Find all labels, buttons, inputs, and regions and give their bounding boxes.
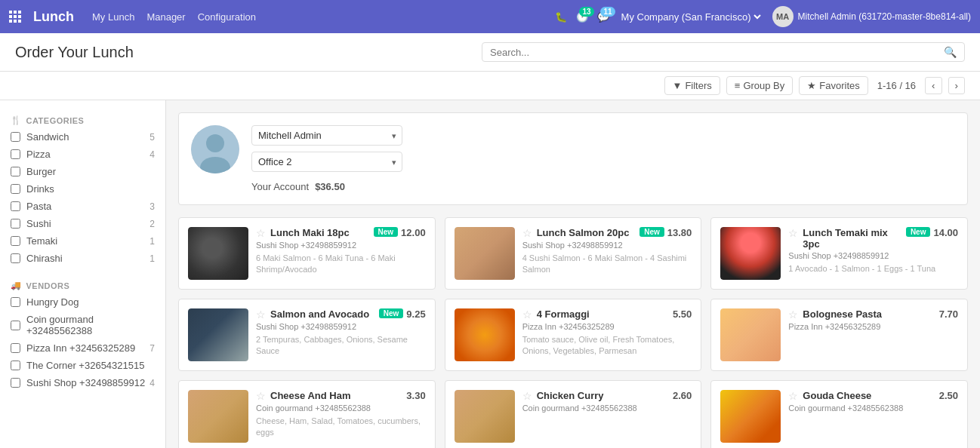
product-image <box>455 227 515 280</box>
chat-badge: 11 <box>600 7 615 17</box>
checkbox-the-corner[interactable] <box>11 361 20 370</box>
sidebar-item-hungry-dog[interactable]: Hungry Dog <box>0 293 165 311</box>
favorite-star-icon[interactable]: ☆ <box>522 390 532 402</box>
product-name: Chicken Curry <box>537 390 670 401</box>
grid-icon[interactable] <box>9 11 21 23</box>
product-image <box>720 390 781 443</box>
company-selector[interactable]: My Company (San Francisco) <box>618 11 763 23</box>
bug-icon-btn[interactable]: 🐛 <box>555 11 567 23</box>
product-image <box>720 308 781 361</box>
checkbox-sandwich[interactable] <box>11 132 20 142</box>
favorites-button[interactable]: ★ Favorites <box>799 76 868 95</box>
next-page-button[interactable]: › <box>948 77 965 94</box>
product-name: Gouda Cheese <box>803 390 935 401</box>
product-info: ☆ 4 Formaggi 5.50 Pizza Inn +32456325289… <box>522 308 692 357</box>
checkbox-burger[interactable] <box>11 167 20 176</box>
product-card[interactable]: ☆ Lunch Salmon 20pc New 13.80 Sushi Shop… <box>445 217 702 290</box>
product-image <box>455 390 515 443</box>
search-input[interactable] <box>490 47 944 58</box>
checkbox-sushi-shop[interactable] <box>11 378 20 388</box>
checkbox-coin-gourmand[interactable] <box>11 321 20 330</box>
company-select[interactable]: My Company (San Francisco) <box>618 11 763 23</box>
product-vendor: Sushi Shop +32498859912 <box>522 241 692 250</box>
truck-icon: 🚚 <box>11 281 22 290</box>
favorite-star-icon[interactable]: ☆ <box>522 227 532 239</box>
user-menu[interactable]: MA Mitchell Admin (631720-master-8be814-… <box>772 6 971 27</box>
product-card[interactable]: ☆ Gouda Cheese 2.50 Coin gourmand +32485… <box>710 380 968 448</box>
sidebar-item-pizza-inn[interactable]: Pizza Inn +32456325289 7 <box>0 339 165 357</box>
product-name: Lunch Maki 18pc <box>270 227 368 238</box>
favorites-icon: ★ <box>807 80 816 91</box>
checkbox-pizza[interactable] <box>11 149 20 159</box>
checkbox-pizza-inn[interactable] <box>11 343 20 353</box>
office-select[interactable]: Office 2 <box>251 152 402 172</box>
checkbox-drinks[interactable] <box>11 184 20 194</box>
sidebar-item-sushi[interactable]: Sushi 2 <box>0 215 165 232</box>
sidebar-item-drinks[interactable]: Drinks <box>0 180 165 198</box>
checkbox-temaki[interactable] <box>11 236 20 246</box>
product-image <box>188 390 248 443</box>
notification-btn[interactable]: 🕐 13 <box>576 11 588 23</box>
sidebar-item-sushi-shop[interactable]: Sushi Shop +32498859912 4 <box>0 374 165 391</box>
product-card[interactable]: ☆ Lunch Maki 18pc New 12.00 Sushi Shop +… <box>178 217 436 290</box>
product-img-inner <box>720 390 781 443</box>
product-img-inner <box>188 308 248 361</box>
sidebar-item-temaki[interactable]: Temaki 1 <box>0 232 165 250</box>
controls-row: ▼ Filters ≡ Group By ★ Favorites 1-16 / … <box>0 72 980 100</box>
product-vendor: Coin gourmand +32485562388 <box>256 404 426 413</box>
product-card[interactable]: ☆ Lunch Temaki mix 3pc New 14.00 Sushi S… <box>710 217 968 290</box>
top-nav: My Lunch Manager Configuration <box>92 11 543 23</box>
product-card[interactable]: ☆ Chicken Curry 2.60 Coin gourmand +3248… <box>445 380 702 448</box>
checkbox-sushi[interactable] <box>11 219 20 229</box>
product-header: ☆ Bolognese Pasta 7.70 <box>788 308 958 321</box>
user-form: Mitchell Admin Office 2 Your Account $36… <box>251 125 402 192</box>
product-info: ☆ Salmon and Avocado New 9.25 Sushi Shop… <box>256 308 426 357</box>
nav-manager[interactable]: Manager <box>146 11 185 23</box>
favorite-star-icon[interactable]: ☆ <box>788 308 798 321</box>
product-card-top: ☆ Lunch Maki 18pc New 12.00 Sushi Shop +… <box>188 227 426 280</box>
nav-configuration[interactable]: Configuration <box>198 11 256 23</box>
favorite-star-icon[interactable]: ☆ <box>256 308 266 321</box>
favorite-star-icon[interactable]: ☆ <box>788 227 798 239</box>
app-logo: Lunch <box>33 9 74 25</box>
product-name: 4 Formaggi <box>537 308 670 320</box>
sidebar-item-the-corner[interactable]: The Corner +32654321515 <box>0 357 165 374</box>
checkbox-hungry-dog[interactable] <box>11 297 20 307</box>
sidebar-item-burger[interactable]: Burger <box>0 163 165 180</box>
sidebar-item-coin-gourmand[interactable]: Coin gourmand +32485562388 <box>0 311 165 339</box>
favorite-star-icon[interactable]: ☆ <box>522 308 532 321</box>
vendors-title: 🚚 VENDORS <box>0 275 165 293</box>
product-description: 6 Maki Salmon - 6 Maki Tuna - 6 Maki Shr… <box>256 253 426 276</box>
new-badge: New <box>379 308 404 318</box>
sidebar-item-pasta[interactable]: Pasta 3 <box>0 198 165 215</box>
product-card[interactable]: ☆ Salmon and Avocado New 9.25 Sushi Shop… <box>178 299 436 371</box>
checkbox-pasta[interactable] <box>11 201 20 211</box>
checkbox-chirashi[interactable] <box>11 253 20 263</box>
product-name: Lunch Salmon 20pc <box>537 227 634 238</box>
product-card-top: ☆ Lunch Temaki mix 3pc New 14.00 Sushi S… <box>720 227 958 280</box>
filters-button[interactable]: ▼ Filters <box>664 76 720 95</box>
groupby-button[interactable]: ≡ Group By <box>726 76 794 95</box>
nav-my-lunch[interactable]: My Lunch <box>92 11 134 23</box>
product-price: 3.30 <box>406 390 425 401</box>
product-card[interactable]: ☆ Cheese And Ham 3.30 Coin gourmand +324… <box>178 380 436 448</box>
office-select-wrapper: Office 2 <box>251 152 402 172</box>
chat-btn[interactable]: 💬 11 <box>597 11 609 23</box>
user-select[interactable]: Mitchell Admin <box>251 125 402 146</box>
product-img-inner <box>188 227 248 280</box>
product-header: ☆ Lunch Salmon 20pc New 13.80 <box>522 227 692 239</box>
product-card[interactable]: ☆ Bolognese Pasta 7.70 Pizza Inn +324563… <box>710 299 968 371</box>
sidebar-item-pizza[interactable]: Pizza 4 <box>0 146 165 163</box>
product-img-inner <box>455 308 515 361</box>
svg-point-1 <box>206 134 224 152</box>
pagination-info: 1-16 / 16 <box>877 80 916 91</box>
sidebar-item-chirashi[interactable]: Chirashi 1 <box>0 250 165 267</box>
product-description: 2 Tempuras, Cabbages, Onions, Sesame Sau… <box>256 334 426 357</box>
product-card[interactable]: ☆ 4 Formaggi 5.50 Pizza Inn +32456325289… <box>445 299 702 371</box>
sidebar-item-sandwich[interactable]: Sandwich 5 <box>0 128 165 146</box>
favorite-star-icon[interactable]: ☆ <box>788 390 798 402</box>
favorite-star-icon[interactable]: ☆ <box>256 227 266 239</box>
favorite-star-icon[interactable]: ☆ <box>256 390 266 402</box>
prev-page-button[interactable]: ‹ <box>925 77 941 94</box>
product-name: Lunch Temaki mix 3pc <box>803 227 900 250</box>
